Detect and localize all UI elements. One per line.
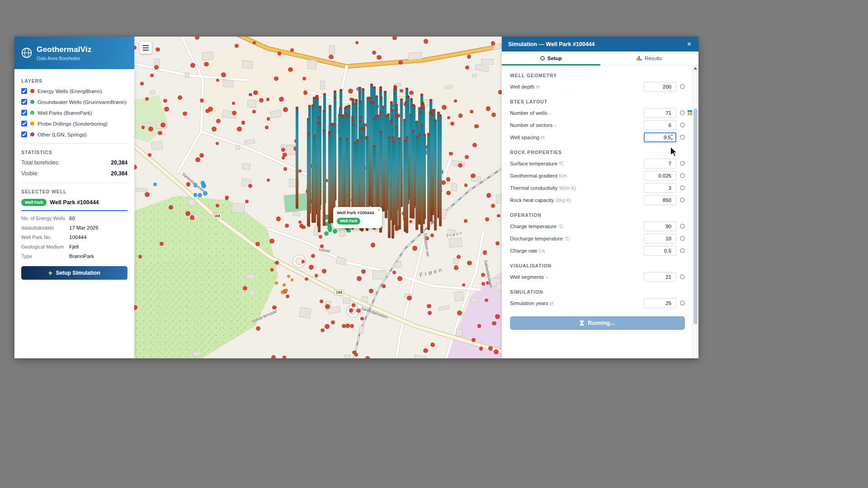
- run-button-label: Running…: [588, 320, 615, 326]
- geothermal-gradient-input[interactable]: [644, 171, 676, 181]
- rock-heat-capacity-input[interactable]: [644, 195, 676, 205]
- thermal-conductivity-input[interactable]: [644, 183, 676, 193]
- section-rock-properties: ROCK PROPERTIES: [510, 150, 685, 155]
- layer-checkbox-energy-wells[interactable]: [21, 88, 27, 94]
- layer-row-other: Other (LGN, Springs): [21, 131, 127, 137]
- tooltip-close-icon[interactable]: ×: [377, 207, 380, 212]
- borehole-column: [404, 140, 406, 232]
- param-row-well-depth: Well depth m: [510, 80, 685, 93]
- simulation-form: WELL GEOMETRY Well depth m BTES LAYOUT N…: [502, 66, 698, 358]
- param-label: Charge temperature °C: [510, 224, 640, 229]
- borehole-column: [392, 141, 395, 225]
- reset-icon[interactable]: [680, 197, 685, 202]
- field-value: 60: [69, 216, 127, 221]
- reset-icon[interactable]: [680, 173, 685, 178]
- panel-scrollbar[interactable]: [692, 65, 698, 358]
- divider: [21, 143, 127, 144]
- statistics-section-title: STATISTICS: [21, 150, 127, 155]
- param-label: Rock heat capacity J/(kg·K): [510, 197, 640, 203]
- borehole-column: [313, 135, 316, 223]
- map-canvas[interactable]: SørkedalsveienSørkedalsveienSørkedalsvei…: [134, 37, 502, 358]
- tab-setup[interactable]: Setup: [502, 52, 600, 65]
- section-well-geometry: WELL GEOMETRY: [510, 73, 685, 78]
- chart-icon: [637, 56, 642, 61]
- tooltip-badge: Well Park: [337, 218, 360, 225]
- tab-results[interactable]: Results: [600, 52, 699, 65]
- well-depth-input[interactable]: [644, 82, 676, 92]
- layer-checkbox-well-parks[interactable]: [21, 110, 27, 116]
- param-row-charge-rate: Charge rate L/s: [510, 244, 685, 257]
- sidebar: GeothermalViz Oslo Area Boreholes LAYERS…: [14, 37, 134, 358]
- panel-tabs: Setup Results: [502, 52, 698, 66]
- well-park-badge: Well Park: [21, 199, 47, 206]
- layer-checkbox-groundwater-wells[interactable]: [21, 99, 27, 105]
- run-simulation-button[interactable]: Running…: [510, 316, 685, 330]
- reset-icon[interactable]: [680, 84, 685, 89]
- scrollbar-up-arrow[interactable]: [693, 67, 697, 70]
- number-of-wells-input[interactable]: [644, 108, 676, 118]
- close-icon[interactable]: ×: [686, 41, 692, 48]
- reset-icon[interactable]: [680, 300, 685, 305]
- charge-rate-input[interactable]: [644, 246, 676, 256]
- app-subtitle: Oslo Area Boreholes: [37, 56, 91, 61]
- number-stepper[interactable]: [670, 134, 674, 141]
- borehole-column: [418, 133, 421, 225]
- borehole-column: [385, 115, 387, 218]
- number-of-sectors-input[interactable]: [644, 120, 676, 130]
- simulation-panel: Simulation — Well Park #100444 × Setup R…: [502, 37, 698, 358]
- param-row-simulation-years: Simulation years yr: [510, 297, 685, 309]
- reset-icon[interactable]: [680, 185, 685, 190]
- reset-icon[interactable]: [680, 248, 685, 253]
- param-label: Simulation years yr: [510, 300, 640, 306]
- hourglass-icon: [580, 320, 584, 326]
- param-row-thermal-conductivity: Thermal conductivity W/(m·K): [510, 182, 685, 194]
- borehole-column: [388, 136, 391, 238]
- reset-icon[interactable]: [680, 122, 685, 127]
- borehole-column: [423, 134, 426, 220]
- selected-well-section-title: SELECTED WELL: [21, 189, 127, 194]
- borehole-column: [398, 137, 401, 229]
- borehole-column: [439, 114, 442, 226]
- layer-color-dot: [30, 122, 34, 126]
- map-menu-button[interactable]: [140, 42, 152, 54]
- surface-temperature-input[interactable]: [644, 159, 676, 169]
- reset-icon[interactable]: [680, 236, 685, 241]
- layer-label: Well Parks (BrønnPark): [38, 110, 92, 116]
- borehole-column: [323, 129, 326, 225]
- setup-simulation-button[interactable]: Setup Simulation: [21, 266, 127, 280]
- layers-section-title: LAYERS: [21, 78, 127, 84]
- layer-color-dot: [30, 100, 34, 104]
- borehole-column: [296, 107, 298, 209]
- setup-simulation-label: Setup Simulation: [56, 270, 100, 276]
- reset-icon[interactable]: [680, 135, 685, 140]
- discharge-temperature-input[interactable]: [644, 234, 676, 244]
- charge-temperature-input[interactable]: [644, 221, 676, 231]
- layer-row-probe-drillings: Probe Drillings (Sonderboring): [21, 121, 127, 127]
- param-row-surface-temperature: Surface temperature °C: [510, 157, 685, 169]
- simulation-years-input[interactable]: [644, 298, 676, 308]
- tab-results-label: Results: [645, 56, 662, 61]
- layer-label: Other (LGN, Springs): [38, 132, 87, 137]
- simulation-panel-title: Simulation — Well Park #100444: [508, 41, 595, 47]
- layer-checkbox-other[interactable]: [21, 131, 27, 137]
- layer-checkbox-probe-drillings[interactable]: [21, 121, 27, 127]
- reset-icon[interactable]: [680, 274, 685, 279]
- param-label: Surface temperature °C: [510, 161, 640, 166]
- scrollbar-thumb[interactable]: [693, 108, 698, 324]
- well-segments-input[interactable]: [644, 272, 676, 282]
- reset-icon[interactable]: [680, 161, 685, 166]
- param-label: Number of sectors –: [510, 122, 640, 128]
- stat-value: 20,384: [111, 170, 127, 177]
- field-label: Geological Medium: [21, 244, 69, 249]
- param-label: Geothermal gradient K/m: [510, 173, 640, 178]
- tab-setup-label: Setup: [547, 56, 562, 61]
- param-row-charge-temperature: Charge temperature °C: [510, 220, 685, 232]
- param-label: Thermal conductivity W/(m·K): [510, 185, 640, 191]
- layer-color-dot: [30, 132, 34, 136]
- reset-icon[interactable]: [680, 110, 685, 115]
- reset-icon[interactable]: [680, 224, 685, 229]
- layer-row-energy-wells: Energy Wells (EnergiBrønn): [21, 88, 127, 94]
- lightning-icon: [48, 270, 52, 276]
- section-operation: OPERATION: [510, 212, 685, 218]
- borehole-column: [415, 136, 418, 230]
